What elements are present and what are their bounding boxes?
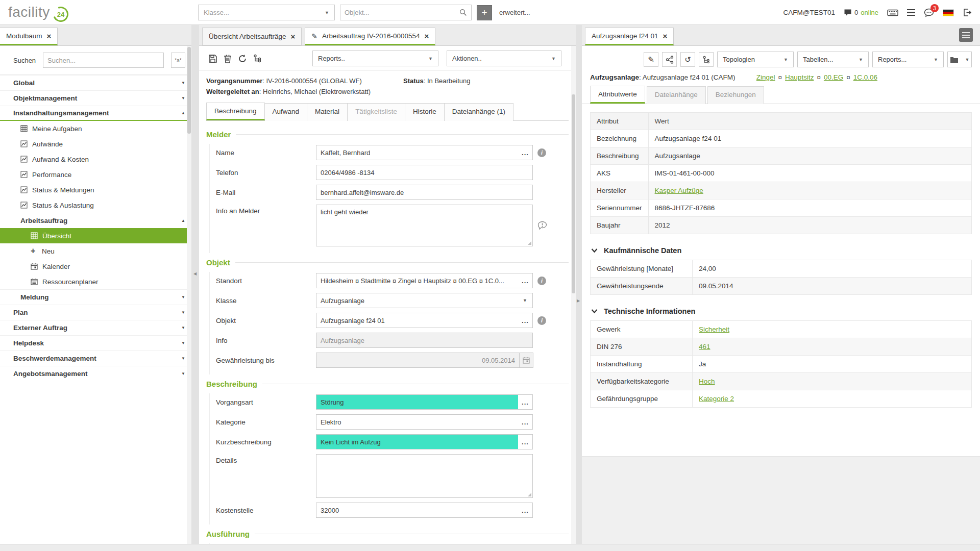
erweitert-link[interactable]: erweitert... bbox=[499, 9, 530, 16]
gefaehrdungsgruppe-link[interactable]: Kategorie 2 bbox=[699, 395, 734, 403]
menu-icon[interactable] bbox=[907, 9, 915, 16]
telefon-field[interactable]: 02064/4986 -8134 bbox=[316, 165, 533, 180]
table-row[interactable]: InstandhaltungJa bbox=[591, 356, 972, 373]
info-icon[interactable]: i bbox=[537, 277, 546, 285]
workorder-scrollbar[interactable] bbox=[571, 46, 576, 544]
tab-attributwerte[interactable]: Attributwerte bbox=[590, 86, 645, 104]
tree-structure-icon[interactable] bbox=[699, 52, 714, 67]
online-status[interactable]: 0 online bbox=[844, 9, 878, 16]
tab-aufzugsanlage[interactable]: Aufzugsanlage f24 01 × bbox=[585, 28, 674, 45]
history-icon[interactable]: ↺ bbox=[680, 52, 695, 67]
table-row[interactable]: Gewährleistung [Monate]24,00 bbox=[591, 260, 972, 278]
info-an-melder-field[interactable]: licht geht wieder bbox=[316, 205, 533, 246]
table-row[interactable]: HerstellerKasper Aufzüge bbox=[591, 182, 972, 199]
sidebar-item-meldung[interactable]: Meldung▼ bbox=[0, 289, 191, 305]
breadcrumb-link[interactable]: Zingel bbox=[756, 73, 775, 81]
sidebar-item-global[interactable]: Global▼ bbox=[0, 75, 191, 90]
table-row[interactable]: AKSIMS-01-461-00-000 bbox=[591, 165, 972, 182]
sidebar-item-beschwerdemanagement[interactable]: Beschwerdemanagement▼ bbox=[0, 350, 191, 366]
lookup-button[interactable]: ... bbox=[518, 273, 532, 288]
add-search-button[interactable]: + bbox=[477, 5, 492, 20]
hersteller-link[interactable]: Kasper Aufzüge bbox=[655, 187, 703, 194]
sidebar-item-status-meldungen[interactable]: Status & Meldungen bbox=[0, 182, 191, 197]
tab-arbeitsauftrag-detail[interactable]: ✎ Arbeitsauftrag IV-2016-0000554 × bbox=[305, 28, 435, 45]
gewerk-link[interactable]: Sicherheit bbox=[699, 325, 729, 333]
kostenstelle-field[interactable]: 32000 ... bbox=[316, 503, 533, 518]
din276-link[interactable]: 461 bbox=[699, 343, 710, 350]
wildcard-search-button[interactable]: *a* bbox=[171, 53, 185, 68]
table-row[interactable]: VerfügbarkeitskategorieHoch bbox=[591, 373, 972, 390]
refresh-icon[interactable] bbox=[236, 53, 249, 65]
table-row[interactable]: Seriennummer8686-JHTZF-87686 bbox=[591, 199, 972, 217]
kategorie-field[interactable]: Elektro ... bbox=[316, 414, 533, 430]
reports-dropdown[interactable]: Reports... ▼ bbox=[872, 52, 944, 67]
notify-reporter-icon[interactable] bbox=[537, 221, 547, 230]
tab-dateianhaenge[interactable]: Dateianhänge (1) bbox=[445, 103, 513, 121]
table-row[interactable]: Baujahr2012 bbox=[591, 217, 972, 234]
close-icon[interactable]: × bbox=[291, 32, 296, 41]
lookup-button[interactable]: ... bbox=[518, 313, 532, 328]
sidebar-item-externer-auftrag[interactable]: Externer Auftrag▼ bbox=[0, 320, 191, 335]
sidebar-scrollbar[interactable] bbox=[187, 46, 191, 544]
save-icon[interactable] bbox=[206, 53, 219, 65]
table-row[interactable]: DIN 276461 bbox=[591, 338, 972, 356]
table-row[interactable]: BeschreibungAufzugsanlage bbox=[591, 147, 972, 165]
kurzbeschreibung-field[interactable]: Kein Licht im Aufzug ... bbox=[316, 434, 533, 449]
sidebar-item-helpdesk[interactable]: Helpdesk▼ bbox=[0, 335, 191, 350]
breadcrumb-link[interactable]: 00.EG bbox=[824, 73, 843, 81]
sidebar-item-aufwaende[interactable]: Aufwände bbox=[0, 136, 191, 152]
vorgangsart-field[interactable]: Störung ... bbox=[316, 394, 533, 410]
panel-menu-button[interactable] bbox=[959, 28, 973, 42]
reports-dropdown[interactable]: Reports.. ▼ bbox=[312, 51, 438, 66]
edit-icon[interactable]: ✎ bbox=[644, 52, 658, 67]
tab-historie[interactable]: Historie bbox=[405, 103, 445, 121]
sidebar-item-objektmanagement[interactable]: Objektmanagement▼ bbox=[0, 90, 191, 106]
sidebar-item-ressourcenplaner[interactable]: Ressourcenplaner bbox=[0, 274, 191, 289]
sidebar-item-kalender[interactable]: Kalender bbox=[0, 259, 191, 274]
close-icon[interactable]: × bbox=[663, 32, 668, 40]
collapse-left-splitter[interactable]: ◀ bbox=[193, 271, 197, 276]
delete-icon[interactable] bbox=[221, 53, 234, 65]
breadcrumb-link[interactable]: Hauptsitz bbox=[785, 73, 814, 81]
lookup-button[interactable]: ... bbox=[518, 415, 532, 429]
sidebar-item-aufwand-kosten[interactable]: Aufwand & Kosten bbox=[0, 152, 191, 167]
tab-modulbaum[interactable]: Modulbaum × bbox=[0, 28, 58, 45]
workflow-tree-icon[interactable] bbox=[251, 53, 264, 65]
sidebar-item-instandhaltungsmanagement[interactable]: Instandhaltungsmanagement▲ bbox=[0, 106, 191, 121]
collapse-center-splitter[interactable]: ▶ bbox=[577, 298, 580, 303]
tab-beziehungen[interactable]: Beziehungen bbox=[707, 86, 764, 104]
tab-material[interactable]: Material bbox=[307, 103, 348, 121]
folder-button[interactable]: ▼ bbox=[947, 52, 972, 67]
chevron-down-icon[interactable]: ▼ bbox=[518, 293, 532, 308]
topologien-dropdown[interactable]: Topologien ▼ bbox=[717, 52, 794, 67]
objekt-search-input[interactable]: Objekt... bbox=[340, 5, 472, 20]
sidebar-item-status-auslastung[interactable]: Status & Auslastung bbox=[0, 197, 191, 213]
sidebar-item-arbeitsauftrag[interactable]: Arbeitsauftrag▲ bbox=[0, 213, 191, 228]
close-icon[interactable]: × bbox=[47, 32, 52, 40]
lookup-button[interactable]: ... bbox=[518, 435, 532, 449]
language-flag-icon[interactable] bbox=[943, 9, 954, 16]
notifications-icon[interactable]: 3 bbox=[924, 8, 934, 17]
klasse-field[interactable]: Aufzugsanlage ▼ bbox=[316, 293, 533, 308]
table-row[interactable]: GewerkSicherheit bbox=[591, 321, 972, 338]
logout-icon[interactable] bbox=[963, 8, 972, 17]
info-icon[interactable]: i bbox=[537, 316, 546, 325]
aktionen-dropdown[interactable]: Aktionen.. ▼ bbox=[447, 51, 561, 66]
sidebar-item-uebersicht[interactable]: Übersicht bbox=[0, 228, 191, 243]
section-technische-informationen[interactable]: Technische Informationen bbox=[591, 307, 972, 315]
standort-field[interactable]: Hildesheim ¤ Stadtmitte ¤ Zingel ¤ Haupt… bbox=[316, 273, 533, 288]
section-kaufmaennische-daten[interactable]: Kaufmännische Daten bbox=[591, 246, 972, 255]
tab-beschreibung[interactable]: Beschreibung bbox=[206, 103, 265, 120]
table-row[interactable]: BezeichnungAufzugsanlage f24 01 bbox=[591, 130, 972, 147]
keyboard-icon[interactable] bbox=[887, 9, 898, 17]
lookup-button[interactable]: ... bbox=[518, 395, 532, 409]
name-field[interactable]: Kaffelt, Bernhard ... bbox=[316, 145, 533, 160]
objekt-field[interactable]: Aufzugsanlage f24 01 ... bbox=[316, 313, 533, 328]
sidebar-item-performance[interactable]: Performance bbox=[0, 167, 191, 182]
klasse-dropdown[interactable]: Klasse... ▼ bbox=[198, 5, 335, 20]
tab-dateianhaenge[interactable]: Dateianhänge bbox=[647, 86, 706, 104]
lookup-button[interactable]: ... bbox=[518, 145, 532, 160]
tree-search-input[interactable]: Suchen... bbox=[43, 53, 164, 68]
details-field[interactable] bbox=[316, 454, 533, 498]
email-field[interactable]: bernhard.affelt@imsware.de bbox=[316, 185, 533, 200]
